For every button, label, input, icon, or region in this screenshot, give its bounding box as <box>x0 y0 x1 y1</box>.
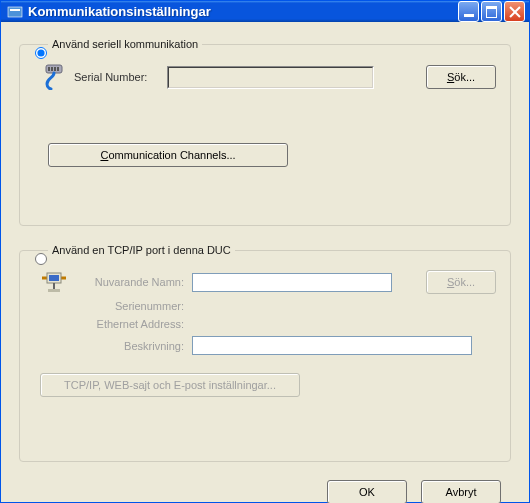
serial-number-value <box>168 67 373 88</box>
cancel-button[interactable]: Avbryt <box>421 480 501 503</box>
tcp-description-label: Beskrivning: <box>74 340 192 352</box>
ok-button[interactable]: OK <box>327 480 407 503</box>
app-icon <box>7 4 23 20</box>
svg-rect-8 <box>49 275 59 281</box>
window-title: Kommunikationsinställningar <box>28 4 458 19</box>
tcp-description-input[interactable] <box>192 336 472 355</box>
dialog-button-bar: OK Avbryt <box>19 480 511 503</box>
maximize-button[interactable] <box>481 1 502 22</box>
tcp-name-label: Nuvarande Namn: <box>74 276 192 288</box>
svg-rect-0 <box>8 7 22 17</box>
serial-icon <box>34 64 74 90</box>
tcp-group: Använd en TCP/IP port i denna DUC Nuvara… <box>19 244 511 462</box>
close-button[interactable] <box>504 1 525 22</box>
minimize-button[interactable] <box>458 1 479 22</box>
network-icon <box>34 270 74 359</box>
tcp-name-input[interactable] <box>192 273 392 292</box>
tcp-group-legend: Använd en TCP/IP port i denna DUC <box>48 244 235 256</box>
svg-rect-1 <box>10 9 20 11</box>
serial-group: Använd seriell kommunikation Serial Numb… <box>19 38 511 226</box>
window-root: Kommunikationsinställningar Använd serie… <box>0 0 530 503</box>
tcp-mode-radio[interactable] <box>35 253 47 265</box>
communication-channels-button[interactable]: Communication Channels... <box>48 143 288 167</box>
window-controls <box>458 1 525 22</box>
tcp-search-button: Sök... <box>426 270 496 294</box>
serial-number-label: Serial Number: <box>74 71 167 83</box>
title-bar[interactable]: Kommunikationsinställningar <box>1 1 529 22</box>
serial-group-legend: Använd seriell kommunikation <box>48 38 202 50</box>
serial-mode-radio[interactable] <box>35 47 47 59</box>
serial-number-field[interactable] <box>167 66 374 89</box>
svg-rect-3 <box>48 67 50 71</box>
svg-rect-6 <box>57 67 59 71</box>
tcp-ethernet-label: Ethernet Address: <box>74 318 192 330</box>
tcp-settings-button: TCP/IP, WEB-sajt och E-post inställninga… <box>40 373 300 397</box>
tcp-serial-label: Serienummer: <box>74 300 192 312</box>
client-area: Använd seriell kommunikation Serial Numb… <box>1 22 529 503</box>
svg-rect-5 <box>54 67 56 71</box>
svg-rect-4 <box>51 67 53 71</box>
svg-rect-9 <box>48 289 60 292</box>
serial-search-button[interactable]: Sök... <box>426 65 496 89</box>
